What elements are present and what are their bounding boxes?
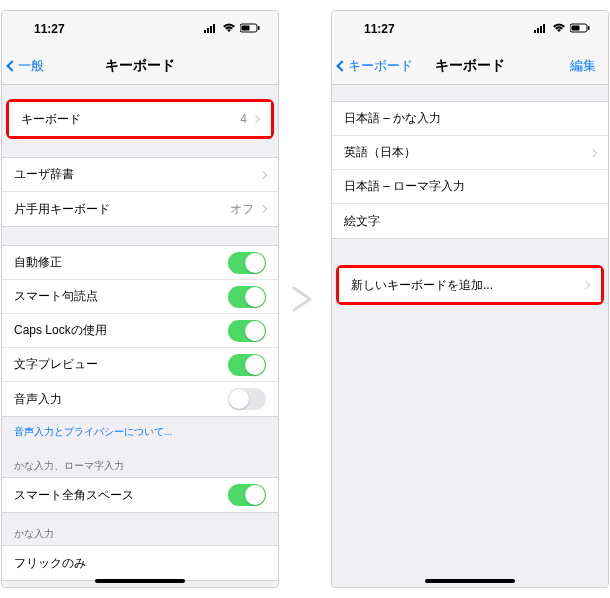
row-label: ユーザ辞書 bbox=[14, 166, 260, 183]
row-value: オフ bbox=[230, 201, 254, 218]
row-label: 絵文字 bbox=[344, 213, 596, 230]
phone-left: 11:27 一般 キーボード キーボード 4 bbox=[1, 10, 279, 588]
svg-rect-10 bbox=[543, 24, 545, 33]
row-label: Caps Lockの使用 bbox=[14, 322, 228, 339]
svg-rect-5 bbox=[242, 26, 250, 31]
wifi-icon bbox=[552, 22, 566, 36]
edit-button[interactable]: 編集 bbox=[570, 57, 596, 75]
group-fullwidth: スマート全角スペース bbox=[2, 477, 278, 513]
add-keyboard-row[interactable]: 新しいキーボードを追加... bbox=[339, 268, 601, 302]
signal-icon bbox=[534, 22, 548, 36]
one-handed-row[interactable]: 片手用キーボード オフ bbox=[2, 192, 278, 226]
chevron-right-icon bbox=[259, 170, 267, 178]
page-title: キーボード bbox=[435, 57, 505, 75]
back-button[interactable]: キーボード bbox=[338, 57, 413, 75]
auto-correct-toggle[interactable] bbox=[228, 252, 266, 274]
row-label: 自動修正 bbox=[14, 254, 228, 271]
dictation-toggle[interactable] bbox=[228, 388, 266, 410]
row-label: 英語（日本） bbox=[344, 144, 590, 161]
row-label: キーボード bbox=[21, 111, 240, 128]
status-bar: 11:27 bbox=[332, 11, 608, 47]
row-label: 文字プレビュー bbox=[14, 356, 228, 373]
installed-keyboards-group: 日本語 – かな入力 英語（日本） 日本語 – ローマ字入力 絵文字 bbox=[332, 101, 608, 239]
back-label: 一般 bbox=[18, 57, 44, 75]
caps-lock-row: Caps Lockの使用 bbox=[2, 314, 278, 348]
group-dict: ユーザ辞書 片手用キーボード オフ bbox=[2, 157, 278, 227]
status-bar: 11:27 bbox=[2, 11, 278, 47]
back-button[interactable]: 一般 bbox=[8, 57, 44, 75]
settings-list: キーボード 4 ユーザ辞書 片手用キーボード オフ 自動修正 スマート句読点 bbox=[2, 85, 278, 587]
row-label: スマート句読点 bbox=[14, 288, 228, 305]
signal-icon bbox=[204, 22, 218, 36]
status-icons bbox=[204, 22, 260, 36]
row-label: 日本語 – かな入力 bbox=[344, 110, 596, 127]
keyboards-row[interactable]: キーボード 4 bbox=[9, 102, 271, 136]
svg-rect-0 bbox=[204, 30, 206, 33]
char-preview-toggle[interactable] bbox=[228, 354, 266, 376]
row-label: 新しいキーボードを追加... bbox=[351, 277, 583, 294]
chevron-right-icon bbox=[252, 115, 260, 123]
chevron-right-icon bbox=[582, 281, 590, 289]
keyboard-list: 日本語 – かな入力 英語（日本） 日本語 – ローマ字入力 絵文字 新しいキー… bbox=[332, 85, 608, 587]
phone-right: 11:27 キーボード キーボード 編集 日本語 – かな入力 英語（ bbox=[331, 10, 609, 588]
auto-correct-row: 自動修正 bbox=[2, 246, 278, 280]
chevron-left-icon bbox=[336, 60, 347, 71]
row-value: 4 bbox=[240, 112, 247, 126]
section-header-kana-romaji: かな入力、ローマ字入力 bbox=[2, 445, 278, 477]
smart-punct-row: スマート句読点 bbox=[2, 280, 278, 314]
back-label: キーボード bbox=[348, 57, 413, 75]
keyboard-item[interactable]: 絵文字 bbox=[332, 204, 608, 238]
wifi-icon bbox=[222, 22, 236, 36]
svg-rect-13 bbox=[588, 26, 590, 30]
dictation-row: 音声入力 bbox=[2, 382, 278, 416]
nav-bar: 一般 キーボード bbox=[2, 47, 278, 85]
smart-fullwidth-row: スマート全角スペース bbox=[2, 478, 278, 512]
home-indicator bbox=[425, 579, 515, 583]
smart-fullwidth-toggle[interactable] bbox=[228, 484, 266, 506]
arrow-right-icon bbox=[291, 283, 319, 315]
group-flick: フリックのみ bbox=[2, 545, 278, 581]
page-title: キーボード bbox=[105, 57, 175, 75]
row-label: フリックのみ bbox=[14, 555, 266, 572]
svg-rect-8 bbox=[537, 28, 539, 33]
add-keyboard-highlight: 新しいキーボードを追加... bbox=[336, 265, 604, 305]
status-time: 11:27 bbox=[34, 22, 65, 36]
chevron-right-icon bbox=[259, 205, 267, 213]
char-preview-row: 文字プレビュー bbox=[2, 348, 278, 382]
keyboard-item[interactable]: 日本語 – ローマ字入力 bbox=[332, 170, 608, 204]
battery-icon bbox=[240, 22, 260, 36]
keyboards-row-highlight: キーボード 4 bbox=[6, 99, 274, 139]
nav-bar: キーボード キーボード 編集 bbox=[332, 47, 608, 85]
status-icons bbox=[534, 22, 590, 36]
row-label: 日本語 – ローマ字入力 bbox=[344, 178, 596, 195]
svg-rect-12 bbox=[572, 26, 580, 31]
row-label: スマート全角スペース bbox=[14, 487, 228, 504]
keyboard-item[interactable]: 英語（日本） bbox=[332, 136, 608, 170]
svg-rect-3 bbox=[213, 24, 215, 33]
status-time: 11:27 bbox=[364, 22, 395, 36]
caps-lock-toggle[interactable] bbox=[228, 320, 266, 342]
svg-rect-1 bbox=[207, 28, 209, 33]
flick-only-row: フリックのみ bbox=[2, 546, 278, 580]
row-label: 片手用キーボード bbox=[14, 201, 230, 218]
battery-icon bbox=[570, 22, 590, 36]
row-label: 音声入力 bbox=[14, 391, 228, 408]
section-header-kana: かな入力 bbox=[2, 513, 278, 545]
svg-rect-7 bbox=[534, 30, 536, 33]
home-indicator bbox=[95, 579, 185, 583]
keyboard-item[interactable]: 日本語 – かな入力 bbox=[332, 102, 608, 136]
chevron-right-icon bbox=[589, 148, 597, 156]
smart-punct-toggle[interactable] bbox=[228, 286, 266, 308]
dictation-privacy-link[interactable]: 音声入力とプライバシーについて... bbox=[2, 417, 278, 445]
svg-rect-6 bbox=[258, 26, 260, 30]
group-toggles: 自動修正 スマート句読点 Caps Lockの使用 文字プレビュー 音声入力 bbox=[2, 245, 278, 417]
user-dictionary-row[interactable]: ユーザ辞書 bbox=[2, 158, 278, 192]
svg-rect-9 bbox=[540, 26, 542, 33]
chevron-left-icon bbox=[6, 60, 17, 71]
svg-rect-2 bbox=[210, 26, 212, 33]
